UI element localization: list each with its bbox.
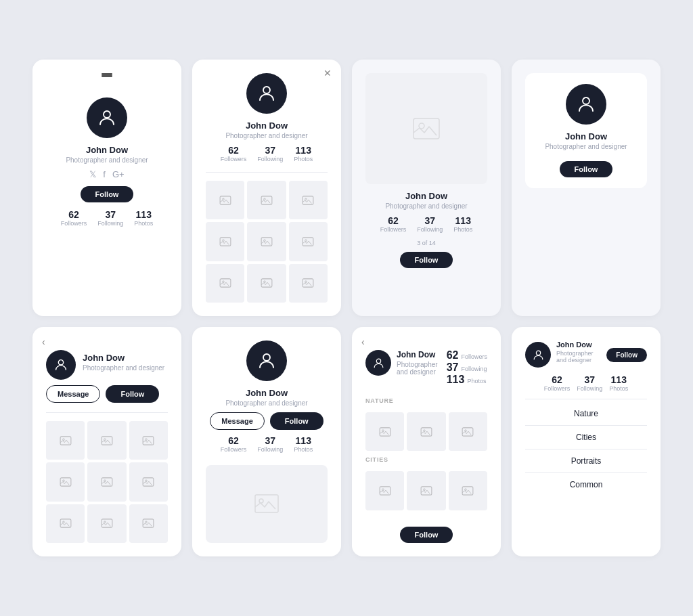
- svg-point-41: [146, 521, 148, 523]
- card-large-photo: John Dow Photographer and designer 62 Fo…: [352, 60, 501, 316]
- photo-cell[interactable]: [206, 181, 244, 219]
- hamburger-menu[interactable]: [102, 73, 112, 77]
- card-sections-photos: ‹ John Dow Photographer and designer 62 …: [352, 327, 501, 556]
- photo-cell[interactable]: [129, 504, 168, 543]
- follow-button[interactable]: Follow: [270, 412, 323, 430]
- photo-cell[interactable]: [449, 471, 487, 510]
- stat-following: 37 Following: [577, 374, 602, 392]
- message-button[interactable]: Message: [46, 385, 100, 403]
- user-subtitle: Photographer and designer: [397, 361, 441, 376]
- user-subtitle: Photographer and designer: [83, 364, 168, 372]
- follow-button[interactable]: Follow: [560, 161, 613, 177]
- avatar: [365, 350, 391, 376]
- user-info: John Dow Photographer and designer: [397, 350, 441, 381]
- svg-point-55: [424, 489, 426, 491]
- svg-point-57: [465, 489, 467, 491]
- section-label-nature: NATURE: [365, 397, 487, 404]
- photo-cell[interactable]: [87, 504, 126, 543]
- follow-button[interactable]: Follow: [606, 348, 647, 362]
- photo-cell[interactable]: [365, 412, 404, 451]
- user-subtitle: Photographer and designer: [556, 350, 601, 364]
- twitter-icon[interactable]: 𝕏: [89, 169, 96, 179]
- photo-cell[interactable]: [206, 264, 244, 303]
- svg-rect-20: [413, 118, 439, 139]
- close-button[interactable]: ✕: [323, 68, 332, 79]
- back-button[interactable]: ‹: [42, 336, 45, 347]
- svg-point-23: [58, 360, 63, 365]
- category-nature[interactable]: Nature: [525, 402, 647, 426]
- stat-following: 37 Following: [257, 435, 283, 453]
- svg-point-39: [104, 521, 106, 523]
- main-grid: John Dow Photographer and designer 𝕏 f G…: [32, 60, 661, 556]
- facebook-icon[interactable]: f: [103, 169, 106, 179]
- photo-grid: [206, 181, 328, 303]
- photo-cell[interactable]: [407, 471, 445, 510]
- hamburger-line-3: [102, 76, 112, 77]
- category-cities[interactable]: Cities: [525, 426, 647, 449]
- photo-cell[interactable]: [46, 504, 85, 543]
- follow-button[interactable]: Follow: [400, 527, 453, 543]
- stat-following: 37 Following: [97, 209, 123, 227]
- svg-point-31: [62, 480, 64, 482]
- stat-followers: 62 Followers: [447, 350, 487, 361]
- user-subtitle: Photographer and designer: [225, 399, 307, 407]
- photo-cell[interactable]: [289, 264, 328, 303]
- google-icon[interactable]: G+: [112, 169, 125, 179]
- stat-photos: 113 Photos: [453, 215, 472, 233]
- stat-followers: 62 Followers: [544, 374, 571, 392]
- back-button[interactable]: ‹: [361, 336, 365, 347]
- photo-cell[interactable]: [46, 462, 85, 501]
- divider: [206, 172, 328, 173]
- message-button[interactable]: Message: [210, 412, 264, 430]
- svg-point-44: [259, 499, 263, 503]
- user-name: John Dow: [246, 388, 288, 398]
- svg-point-35: [146, 480, 148, 482]
- card-profile-large-photo: John Dow Photographer and designer Messa…: [192, 327, 341, 556]
- stats-row: 62 Followers 37 Following 113 Photos: [206, 435, 328, 453]
- photo-cell[interactable]: [247, 181, 286, 219]
- svg-point-0: [104, 111, 110, 118]
- svg-point-45: [376, 359, 380, 363]
- follow-button[interactable]: Follow: [81, 186, 134, 202]
- large-photo-placeholder: [206, 465, 328, 543]
- avatar: [246, 340, 287, 381]
- category-common[interactable]: Common: [525, 473, 647, 496]
- photo-cell[interactable]: [407, 412, 445, 451]
- card-profile-hamburger: John Dow Photographer and designer 𝕏 f G…: [32, 60, 181, 316]
- photo-cell[interactable]: [129, 421, 168, 460]
- photo-cell[interactable]: [289, 181, 328, 219]
- followers-count: 62: [68, 209, 79, 220]
- photo-cell[interactable]: [247, 222, 286, 261]
- svg-point-15: [222, 281, 224, 283]
- photo-cell[interactable]: [46, 421, 85, 460]
- stat-photos: 113 Photos: [294, 145, 313, 162]
- photo-cell[interactable]: [247, 264, 286, 303]
- user-subtitle: Photographer and designer: [66, 156, 148, 164]
- svg-point-53: [382, 489, 384, 491]
- following-label: Following: [97, 220, 123, 227]
- photo-cell[interactable]: [129, 462, 168, 501]
- svg-point-7: [305, 198, 307, 200]
- svg-point-42: [263, 354, 270, 361]
- card-category-list: John Dow Photographer and designer Follo…: [512, 327, 661, 556]
- user-subtitle: Photographer and designer: [385, 202, 467, 210]
- photo-cell[interactable]: [449, 412, 487, 451]
- stat-following: 37 Following: [257, 145, 283, 162]
- photo-cell[interactable]: [289, 222, 328, 261]
- svg-point-27: [104, 439, 106, 441]
- photo-cell[interactable]: [365, 471, 404, 510]
- category-portraits[interactable]: Portraits: [525, 449, 647, 473]
- user-info: John Dow Photographer and designer: [556, 340, 601, 369]
- follow-button[interactable]: Follow: [400, 252, 453, 268]
- photo-cell[interactable]: [87, 421, 126, 460]
- svg-point-9: [222, 240, 224, 242]
- stat-following: 37 Following: [417, 215, 443, 233]
- follow-button[interactable]: Follow: [106, 385, 159, 403]
- photo-cell[interactable]: [87, 462, 126, 501]
- stat-followers: 62 Followers: [221, 145, 247, 162]
- stat-followers: 62 Followers: [380, 215, 407, 233]
- photo-cell[interactable]: [206, 222, 244, 261]
- divider: [46, 412, 168, 413]
- user-name: John Dow: [405, 191, 447, 201]
- stat-photos: 113 Photos: [294, 435, 313, 453]
